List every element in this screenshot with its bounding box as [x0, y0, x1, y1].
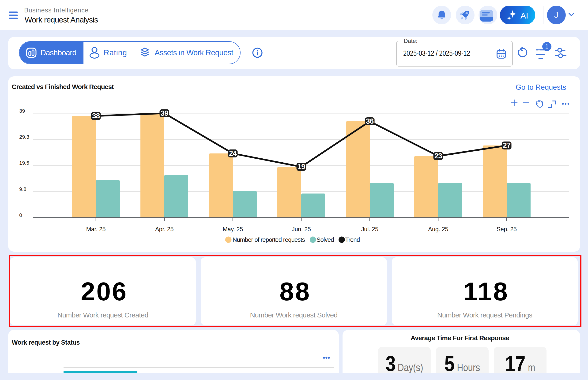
svg-text:Trend: Trend [345, 236, 360, 243]
svg-text:Mar. 25: Mar. 25 [86, 226, 106, 232]
svg-text:24: 24 [229, 149, 237, 157]
svg-text:0: 0 [19, 212, 22, 218]
svg-text:19.5: 19.5 [19, 160, 29, 166]
svg-text:23: 23 [434, 152, 442, 160]
svg-text:Jun. 25: Jun. 25 [292, 226, 311, 232]
svg-text:Apr. 25: Apr. 25 [155, 226, 174, 232]
svg-text:27: 27 [503, 141, 510, 150]
svg-text:36: 36 [366, 117, 374, 125]
svg-text:39: 39 [161, 109, 168, 117]
svg-text:19: 19 [298, 163, 305, 171]
svg-text:Jul. 25: Jul. 25 [361, 226, 378, 232]
svg-text:Number of reported requests: Number of reported requests [233, 236, 305, 243]
svg-text:Solved: Solved [317, 236, 334, 243]
svg-text:39: 39 [19, 108, 25, 114]
svg-text:Aug. 25: Aug. 25 [428, 226, 448, 232]
svg-text:May. 25: May. 25 [223, 226, 243, 232]
svg-text:Sep. 25: Sep. 25 [497, 226, 517, 232]
svg-text:38: 38 [92, 112, 100, 120]
svg-text:29.3: 29.3 [19, 134, 29, 140]
svg-text:9.8: 9.8 [19, 186, 26, 192]
